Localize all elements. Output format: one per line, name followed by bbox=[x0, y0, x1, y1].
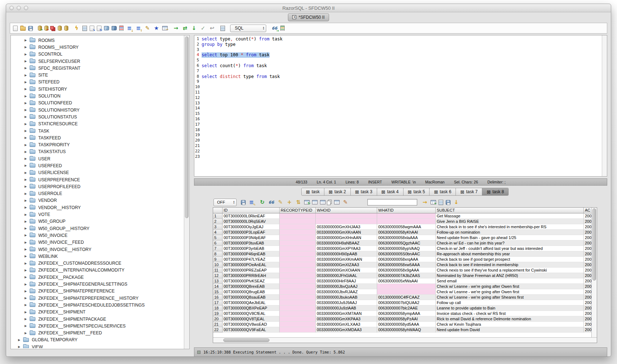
cell-ac[interactable]: 200 bbox=[584, 316, 591, 322]
grid-vertical-scrollbar[interactable] bbox=[591, 208, 597, 337]
sql-history-icon[interactable] bbox=[220, 26, 225, 31]
tab-close-icon[interactable]: ⊠ bbox=[434, 190, 438, 194]
cell-subject[interactable]: Check back to see if good target prospec… bbox=[436, 257, 584, 262]
tree-item[interactable]: ▶SOLUTIONHISTORY bbox=[11, 107, 184, 113]
cell-id[interactable]: 00T3000000Q8sauEAB bbox=[223, 295, 280, 300]
cell-ac[interactable]: 200 bbox=[584, 230, 591, 235]
row-number[interactable]: 15 bbox=[213, 289, 223, 295]
result-tab-task-2[interactable]: ⊠task 2 bbox=[324, 188, 351, 195]
cell-ac[interactable]: 200 bbox=[584, 300, 591, 306]
cell-whoid[interactable]: 0033000000GmXMDAA3 bbox=[316, 327, 377, 333]
tree-item[interactable]: ▶SFDC_REGISTRANT bbox=[11, 65, 184, 72]
row-number[interactable]: 17 bbox=[213, 300, 223, 306]
row-number[interactable]: 13 bbox=[213, 278, 223, 284]
explain-plan-icon[interactable] bbox=[280, 26, 285, 31]
favorites-icon[interactable]: ★ bbox=[153, 25, 160, 31]
cell-whatid[interactable]: 00630000005QgzhAAC bbox=[377, 240, 436, 246]
tree-item[interactable]: ▶SOLUTIONSTATUS bbox=[11, 113, 184, 120]
editor-scrollbar[interactable] bbox=[602, 35, 607, 176]
copy-column-icon[interactable] bbox=[320, 200, 325, 204]
disclosure-triangle-icon[interactable]: ▶ bbox=[25, 248, 30, 251]
disclosure-triangle-icon[interactable]: ▶ bbox=[25, 136, 30, 139]
cell-id[interactable]: 00T3000000P47LYEAZ bbox=[223, 257, 280, 262]
tab-close-icon[interactable]: ⊠ bbox=[381, 190, 385, 194]
cell-recordtypeid[interactable] bbox=[280, 230, 316, 235]
sql-editor[interactable]: 1select type, count(*) from task2group b… bbox=[194, 35, 607, 177]
row-number[interactable]: 12 bbox=[213, 273, 223, 278]
cell-whoid[interactable]: 0033000000GmXKmAAN bbox=[316, 257, 377, 262]
cell-whoid[interactable]: 0033000000GmXIZAA3 bbox=[316, 262, 377, 268]
result-tab-task[interactable]: ⊠task bbox=[302, 188, 324, 195]
cell-recordtypeid[interactable] bbox=[280, 246, 316, 251]
sidebar-scrollbar[interactable] bbox=[184, 35, 189, 349]
tree-item[interactable]: ▶VENDOR__HISTORY bbox=[11, 204, 184, 211]
connect-icon[interactable]: → bbox=[38, 26, 42, 31]
tree-item[interactable]: ▶SITEHISTORY bbox=[11, 86, 184, 92]
disclosure-triangle-icon[interactable]: ▶ bbox=[25, 311, 30, 314]
cell-subject[interactable]: Check-in w/ Jeff - couldn't afford last … bbox=[436, 246, 584, 251]
open-file-icon[interactable] bbox=[20, 27, 26, 31]
cell-subject[interactable]: Check nexis to see if they've found a re… bbox=[436, 268, 584, 273]
disclosure-triangle-icon[interactable]: ▶ bbox=[25, 66, 30, 70]
save-grid-icon[interactable] bbox=[446, 200, 450, 205]
disclosure-triangle-icon[interactable]: ▶ bbox=[25, 241, 30, 244]
cell-subject[interactable]: Follow up call bbox=[436, 300, 584, 306]
tree-item[interactable]: ▶ROOMS__HISTORY bbox=[11, 44, 184, 51]
cell-ac[interactable]: 200 bbox=[584, 273, 591, 278]
cell-whoid[interactable]: 0033000000GmXKnAAN bbox=[316, 230, 377, 235]
sql-mode-select[interactable]: SQL ▴▾ bbox=[230, 25, 266, 32]
tree-item[interactable]: ▶USERFEED bbox=[11, 162, 184, 169]
cell-whatid[interactable]: 006300000058x9gAAA bbox=[377, 268, 436, 273]
execute-batch-icon[interactable]: ⇄ bbox=[182, 25, 188, 31]
tab-close-icon[interactable]: ⊠ bbox=[355, 190, 359, 194]
disclosure-triangle-icon[interactable]: ▶ bbox=[25, 234, 30, 237]
cell-id[interactable]: 00T3000000Q8rugEAB bbox=[223, 289, 280, 295]
cell-ac[interactable]: 200 bbox=[584, 295, 591, 300]
disclosure-triangle-icon[interactable]: ▶ bbox=[25, 74, 30, 77]
cell-id[interactable]: 00T3000000PRR8rEAH bbox=[223, 273, 280, 278]
disclosure-triangle-icon[interactable]: ▶ bbox=[25, 39, 30, 42]
column-header-whatid[interactable]: WHATID bbox=[377, 208, 436, 213]
cell-recordtypeid[interactable] bbox=[280, 322, 316, 327]
save-icon[interactable] bbox=[28, 26, 33, 31]
cell-subject[interactable]: Give Jenn a BIG RAISE bbox=[436, 219, 584, 224]
row-number[interactable]: 21 bbox=[213, 322, 223, 327]
tree-item[interactable]: ▶VENDOR bbox=[11, 197, 184, 204]
disclosure-triangle-icon[interactable]: ▶ bbox=[25, 262, 30, 265]
help-book-icon[interactable] bbox=[112, 26, 117, 30]
disclosure-triangle-icon[interactable]: ▶ bbox=[25, 185, 30, 188]
cell-ac[interactable]: 200 bbox=[584, 284, 591, 289]
row-number[interactable]: 1 bbox=[213, 213, 223, 219]
cell-whatid[interactable]: 006300000058ympAAA bbox=[377, 311, 436, 316]
cell-ac[interactable]: 200 bbox=[584, 257, 591, 262]
disclosure-triangle-icon[interactable]: ▶ bbox=[25, 303, 30, 307]
disclosure-triangle-icon[interactable]: ▶ bbox=[25, 213, 30, 216]
tree-item[interactable]: ▶ZKFEDEX__SHIPMENTPACKAGE bbox=[11, 316, 184, 322]
cell-subject[interactable]: Nominated by Shane Freeman at ANZ (HR50) bbox=[436, 273, 584, 278]
disclosure-triangle-icon[interactable]: ▶ bbox=[25, 46, 30, 49]
disclosure-triangle-icon[interactable]: ▶ bbox=[25, 283, 30, 286]
filter-icon[interactable]: ≡✎ bbox=[248, 199, 255, 205]
view-text-icon[interactable]: 66 bbox=[268, 199, 275, 205]
cell-whatid[interactable]: 006300000058xrqAAA bbox=[377, 257, 436, 262]
edit-cell-icon[interactable]: ✎ bbox=[277, 199, 284, 205]
form-view-icon[interactable] bbox=[312, 200, 318, 204]
cell-ac[interactable]: 200 bbox=[584, 219, 591, 224]
row-number[interactable]: 6 bbox=[213, 240, 223, 246]
disclosure-triangle-icon[interactable]: ▶ bbox=[25, 276, 30, 279]
result-tab-task-3[interactable]: ⊠task 3 bbox=[351, 188, 377, 195]
cell-id[interactable]: 00T3000000P3tuvEAB bbox=[223, 240, 280, 246]
disclosure-triangle-icon[interactable]: ▶ bbox=[25, 220, 30, 223]
tree-item[interactable]: ▶ZKFEDEX__SHIPMATESCHEDULEDJOBSSETTINGS bbox=[11, 302, 184, 308]
tree-item[interactable]: ▶USERPROFILEFEED bbox=[11, 183, 184, 190]
new-connection-icon[interactable]: + bbox=[58, 26, 62, 31]
row-number[interactable]: 9 bbox=[213, 257, 223, 262]
cell-ac[interactable]: 200 bbox=[584, 322, 591, 327]
execute-sql-icon[interactable]: → bbox=[173, 25, 179, 31]
export-table-icon[interactable]: ↻ bbox=[304, 200, 310, 204]
disclosure-triangle-icon[interactable]: ▶ bbox=[25, 95, 30, 98]
disclosure-triangle-icon[interactable]: ▶ bbox=[18, 338, 23, 342]
tab-close-icon[interactable]: ⊠ bbox=[460, 190, 464, 194]
table-export-icon[interactable]: → bbox=[162, 26, 168, 30]
disclosure-triangle-icon[interactable]: ▶ bbox=[25, 150, 30, 153]
